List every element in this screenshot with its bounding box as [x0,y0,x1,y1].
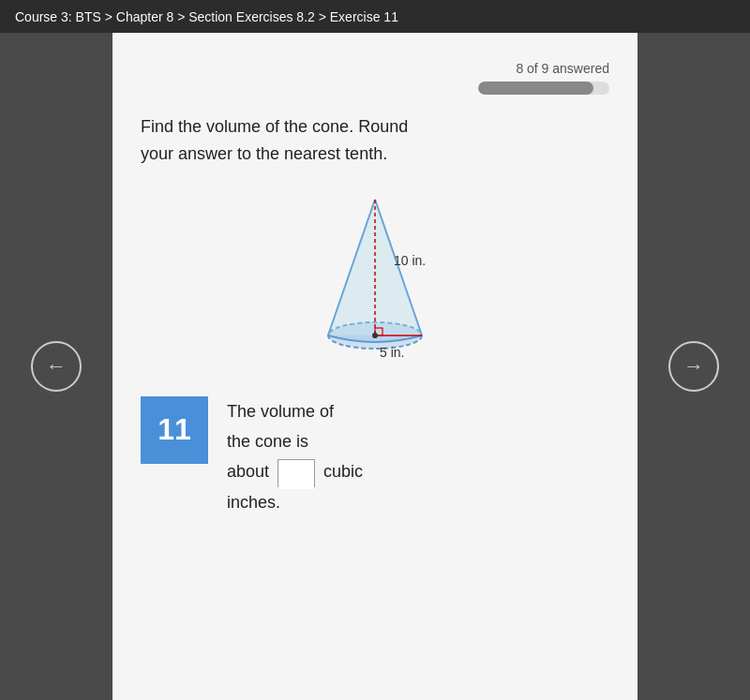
main-content: 8 of 9 answered Find the volume of the c… [112,33,638,700]
progress-section: 8 of 9 answered [141,61,609,95]
answer-line4: inches. [227,487,363,517]
cone-diagram: 10 in. 5 in. [141,190,609,368]
answer-line2: the cone is [227,426,363,456]
progress-bar-fill [478,82,593,95]
progress-text: 8 of 9 answered [516,61,609,76]
answer-about: about [227,462,269,481]
forward-button[interactable]: → [668,341,719,392]
svg-point-7 [372,333,378,338]
answer-text: The volume of the cone is about cubic in… [227,396,363,518]
breadcrumb: Course 3: BTS > Chapter 8 > Section Exer… [15,9,398,24]
left-panel: ← [0,33,112,700]
answer-cubic: cubic [323,462,363,481]
forward-icon: → [683,354,704,379]
answer-section: 11 The volume of the cone is about cubic… [141,396,609,518]
top-bar: Course 3: BTS > Chapter 8 > Section Exer… [0,0,750,33]
question-text: Find the volume of the cone. Round your … [141,113,441,168]
svg-text:5 in.: 5 in. [380,345,404,360]
cone-svg: 10 in. 5 in. [291,190,459,368]
progress-bar-container [478,82,609,95]
answer-line1: The volume of [227,396,363,426]
right-panel: → [638,33,750,700]
back-icon: ← [46,354,67,379]
svg-text:10 in.: 10 in. [394,253,426,268]
back-button[interactable]: ← [31,341,82,392]
answer-line3: about cubic [227,456,363,486]
answer-input-wrapper[interactable] [278,459,315,487]
answer-input-field[interactable] [278,463,314,489]
exercise-number: 11 [141,396,208,464]
